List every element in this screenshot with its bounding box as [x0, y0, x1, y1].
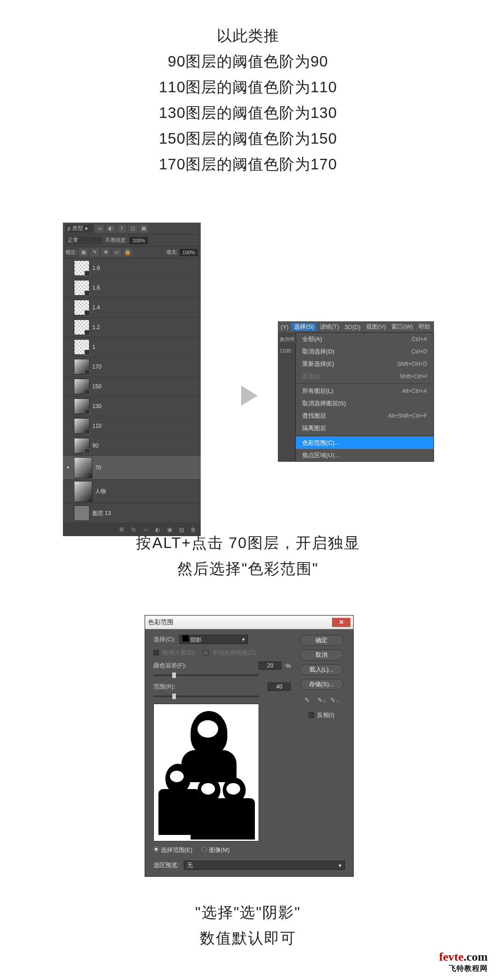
dialog-titlebar[interactable]: 色彩范围 ✕	[145, 616, 353, 629]
layer-row[interactable]: 1.2	[63, 318, 201, 337]
intro-line: 150图层的阈值色阶为150	[0, 126, 496, 151]
dialog-close-button[interactable]: ✕	[332, 618, 350, 627]
filter-text-icon[interactable]: T	[117, 224, 126, 233]
visibility-toggle[interactable]	[65, 324, 71, 330]
menu-separator	[296, 383, 434, 384]
layer-name: 图层 13	[92, 510, 111, 517]
menu-item-color-range[interactable]: 色彩范围(C)...	[296, 437, 434, 449]
layer-row[interactable]: 110	[63, 416, 201, 436]
visibility-toggle[interactable]	[65, 423, 71, 429]
layer-thumbnail	[74, 300, 90, 315]
select-dropdown[interactable]: 阴影▾	[179, 635, 248, 644]
layer-thumbnail	[74, 438, 90, 454]
filter-shape-icon[interactable]: ◻	[128, 224, 137, 233]
menu-item-select-all[interactable]: 全部(A)Ctrl+A	[296, 333, 434, 345]
menu-select[interactable]: 选择(S)	[291, 323, 316, 331]
caption-line: 然后选择"色彩范围"	[0, 556, 496, 582]
visibility-toggle[interactable]	[65, 510, 71, 516]
layer-row[interactable]: 1.8	[63, 258, 201, 278]
layers-blend-row: 正常 不透明度: 100%	[63, 235, 201, 246]
visibility-toggle[interactable]	[65, 488, 71, 495]
visibility-toggle[interactable]	[65, 304, 71, 311]
menu-help[interactable]: 帮助	[416, 323, 433, 331]
menu-item-all-layers[interactable]: 所有图层(L)Alt+Ctrl+A	[296, 385, 434, 397]
load-button[interactable]: 载入(L)...	[300, 664, 344, 675]
radio-selection[interactable]	[153, 846, 159, 852]
ok-button[interactable]: 确定	[300, 635, 344, 646]
range-slider[interactable]	[153, 695, 259, 697]
visibility-toggle[interactable]	[65, 285, 71, 291]
menu-item-deselect[interactable]: 取消选择(D)Ctrl+D	[296, 345, 434, 358]
filter-smart-icon[interactable]: ▦	[139, 224, 148, 233]
visibility-toggle[interactable]	[65, 465, 71, 471]
blend-mode-dropdown[interactable]: 正常	[66, 236, 102, 245]
arrow-right-icon	[241, 386, 258, 406]
intro-text-block: 以此类推 90图层的阈值色阶为90 110图层的阈值色阶为110 130图层的阈…	[0, 23, 496, 177]
lock-label: 锁定:	[66, 249, 77, 256]
layer-name: 1.4	[92, 304, 100, 311]
layer-row[interactable]: 130	[63, 397, 201, 416]
layer-row[interactable]: 90	[63, 436, 201, 456]
layer-row[interactable]: 图层 13	[63, 504, 201, 523]
dialog-right-column: 确定 取消 载入(L)... 存储(S)... ✎ ✎₊ ✎₋ 反相(I)	[296, 635, 347, 854]
save-button[interactable]: 存储(S)...	[300, 679, 344, 690]
cancel-button[interactable]: 取消	[300, 650, 344, 661]
lock-position-icon[interactable]: ✥	[101, 248, 110, 257]
fill-value[interactable]: 100%	[180, 249, 198, 256]
mid-caption-block: 按ALT+点击 70图层，开启独显 然后选择"色彩范围"	[0, 530, 496, 582]
layer-thumbnail	[74, 339, 90, 355]
layer-row[interactable]: 170	[63, 357, 201, 377]
lock-all-icon[interactable]: 🔒	[123, 248, 132, 257]
menu-view[interactable]: 视图(V)	[363, 323, 389, 331]
menu-window[interactable]: 窗口(W)	[389, 323, 416, 331]
layer-row[interactable]: 150	[63, 377, 201, 397]
selection-preview-dropdown[interactable]: 无▾	[184, 861, 345, 870]
filter-adjust-icon[interactable]: ◐	[106, 224, 115, 233]
intro-line: 110图层的阈值色阶为110	[0, 74, 496, 100]
visibility-toggle[interactable]	[65, 364, 71, 370]
layer-row-selected[interactable]: 70	[63, 456, 201, 480]
visibility-toggle[interactable]	[65, 442, 71, 449]
invert-checkbox[interactable]	[309, 712, 314, 718]
menu-filter[interactable]: 滤镜(T)	[317, 323, 342, 331]
slider-thumb[interactable]	[172, 694, 176, 699]
layer-name: 1.2	[92, 324, 100, 330]
eyedropper-add-icon[interactable]: ✎₊	[317, 696, 326, 705]
localized-checkbox[interactable]	[203, 650, 209, 655]
eyedropper-subtract-icon[interactable]: ✎₋	[330, 696, 338, 705]
selection-preview	[153, 704, 259, 841]
layer-filter-type-dropdown[interactable]: ρ 类型 ▾	[66, 224, 93, 233]
menu-3d[interactable]: 3D(D)	[342, 324, 363, 330]
layer-row[interactable]: 1	[63, 337, 201, 357]
menu-item-reselect[interactable]: 重新选择(E)Shift+Ctrl+D	[296, 358, 434, 370]
range-input[interactable]: 40	[268, 683, 291, 691]
fuzziness-slider[interactable]	[153, 674, 259, 676]
radio-image[interactable]	[202, 846, 207, 852]
layer-row[interactable]: 1.4	[63, 298, 201, 318]
menu-shortcut: Alt+Ctrl+A	[402, 388, 427, 394]
detect-faces-checkbox[interactable]	[153, 650, 159, 655]
visibility-toggle[interactable]	[65, 383, 71, 390]
menu-layer[interactable]: (Y)	[278, 324, 291, 330]
menu-item-isolate-layers[interactable]: 隔离图层	[296, 422, 434, 434]
filter-pixel-icon[interactable]: ▭	[95, 224, 104, 233]
percent-label: %	[285, 662, 291, 669]
menu-item-focus-area[interactable]: 焦点区域(U)...	[296, 449, 434, 461]
layer-row[interactable]: 人物	[63, 480, 201, 504]
caption-line: 按ALT+点击 70图层，开启独显	[0, 530, 496, 556]
menu-item-inverse[interactable]: 反选(I)Shift+Ctrl+I	[296, 370, 434, 382]
fuzziness-input[interactable]: 20	[259, 661, 282, 670]
menu-item-find-layers[interactable]: 查找图层Alt+Shift+Ctrl+F	[296, 409, 434, 422]
opacity-value[interactable]: 100%	[130, 237, 148, 244]
visibility-toggle[interactable]	[65, 344, 71, 350]
slider-thumb[interactable]	[172, 672, 176, 678]
lock-artboard-icon[interactable]: ▭	[112, 248, 121, 257]
eyedropper-tools: ✎ ✎₊ ✎₋	[304, 696, 338, 705]
eyedropper-icon[interactable]: ✎	[304, 696, 313, 705]
menu-item-deselect-layers[interactable]: 取消选择图层(S)	[296, 397, 434, 409]
lock-brush-icon[interactable]: ✎	[90, 248, 99, 257]
visibility-toggle[interactable]	[65, 403, 71, 409]
lock-pixels-icon[interactable]: ▦	[79, 248, 88, 257]
layer-row[interactable]: 1.6	[63, 278, 201, 298]
visibility-toggle[interactable]	[65, 265, 71, 271]
